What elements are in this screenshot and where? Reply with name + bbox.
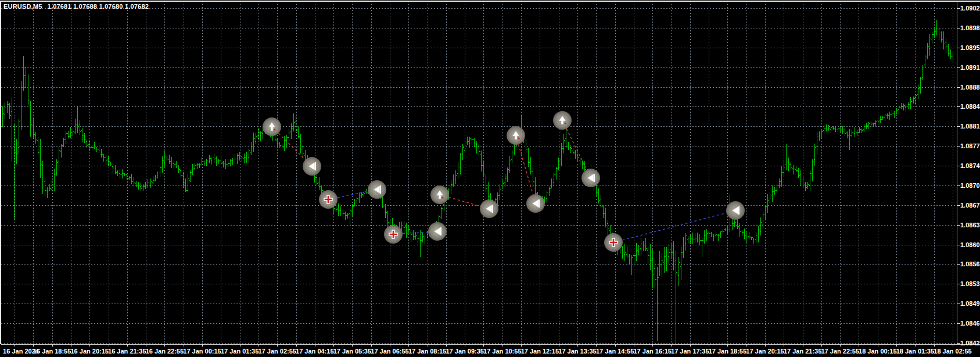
price-axis-label: 1.08810 — [960, 122, 980, 130]
price-axis-label: 1.08600 — [960, 241, 980, 249]
symbol-timeframe-label: EURUSD,M5 — [3, 3, 42, 10]
chart-canvas[interactable] — [0, 0, 980, 357]
ohlc-values: 1.07681 1.07688 1.07680 1.07682 — [48, 3, 149, 10]
price-axis-label: 1.08495 — [960, 299, 980, 308]
price-axis-label: 1.08530 — [960, 280, 980, 288]
price-axis-label: 1.08845 — [960, 102, 980, 110]
price-axis-label: 1.08775 — [960, 142, 980, 150]
time-axis-label: 18 Jan 02:55 — [928, 348, 977, 355]
price-axis-label: 1.08425 — [960, 339, 980, 347]
price-axis-label: 1.08705 — [960, 181, 980, 190]
price-bars — [2, 20, 954, 344]
price-axis-label: 1.08635 — [960, 221, 980, 229]
price-axis-label: 1.08915 — [960, 63, 980, 72]
price-axis-label: 1.08565 — [960, 260, 980, 268]
price-axis-label: 1.09020 — [960, 4, 980, 12]
price-axis-label: 1.08950 — [960, 44, 980, 52]
price-axis-label: 1.08670 — [960, 201, 980, 209]
window-top-border — [0, 1, 980, 2]
price-axis-label: 1.08880 — [960, 83, 980, 91]
trade-line-buy — [613, 210, 735, 242]
window-left-border — [0, 1, 1, 344]
chart-window: EURUSD,M51.07681 1.07688 1.07680 1.07682… — [0, 0, 980, 357]
price-axis-label: 1.08985 — [960, 24, 980, 32]
chart-title: EURUSD,M51.07681 1.07688 1.07680 1.07682 — [3, 3, 149, 10]
price-axis-label: 1.08460 — [960, 319, 980, 327]
trade-line-sell — [562, 120, 591, 178]
price-axis-label: 1.08740 — [960, 162, 980, 170]
